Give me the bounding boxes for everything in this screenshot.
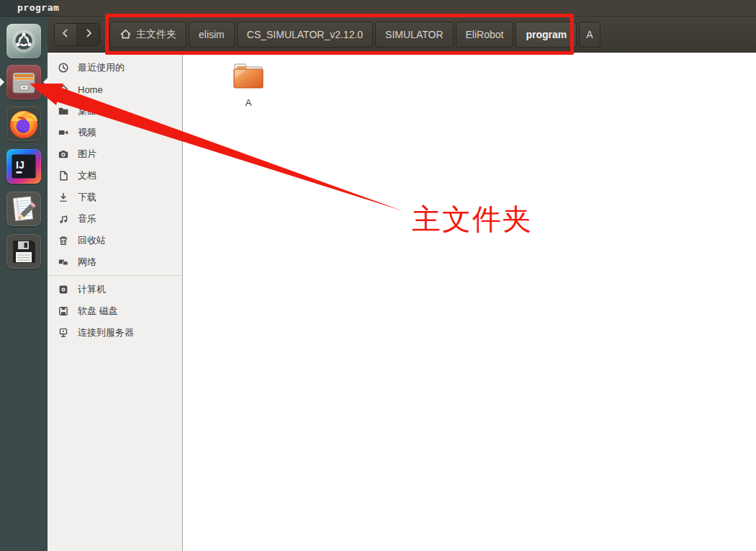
breadcrumb-program-current[interactable]: program: [516, 22, 577, 48]
file-label: A: [246, 97, 252, 108]
sidebar-item-network[interactable]: 网络: [48, 251, 182, 273]
sidebar-item-recent[interactable]: 最近使用的: [48, 57, 182, 79]
sidebar-separator: [48, 275, 182, 276]
sidebar-item-connect-server[interactable]: 连接到服务器: [48, 322, 182, 344]
breadcrumb-a[interactable]: A: [579, 22, 600, 48]
file-item-folder-a[interactable]: A: [215, 61, 282, 108]
home-icon: [58, 84, 69, 95]
document-icon: [58, 170, 69, 182]
launcher-dock: IJ: [0, 17, 48, 551]
breadcrumb-home[interactable]: 主文件夹: [109, 22, 186, 48]
video-icon: [58, 127, 69, 138]
focused-indicator-icon: [43, 78, 48, 86]
chevron-left-icon: [60, 27, 71, 42]
breadcrumb-simulator[interactable]: SIMULATOR: [375, 22, 453, 48]
breadcrumb: 主文件夹 elisim CS_SIMULATOR_v2.12.0 SIMULAT…: [109, 22, 600, 48]
dock-item-firefox[interactable]: [6, 107, 41, 141]
sidebar-item-home[interactable]: Home: [48, 79, 182, 100]
trash-icon: [58, 235, 69, 246]
file-manager-window: 主文件夹 elisim CS_SIMULATOR_v2.12.0 SIMULAT…: [48, 17, 756, 551]
sidebar-item-videos[interactable]: 视频: [48, 122, 182, 143]
dock-item-ubuntu-dash[interactable]: [6, 24, 41, 58]
dock-item-file-manager[interactable]: [6, 65, 41, 99]
intellij-idea-icon: IJ: [6, 149, 41, 184]
floppy-disk-icon: [6, 234, 41, 269]
clock-icon: [58, 62, 69, 73]
music-icon: [58, 213, 69, 225]
firefox-icon: [6, 107, 41, 141]
window-title: program: [17, 2, 59, 13]
breadcrumb-cs-simulator[interactable]: CS_SIMULATOR_v2.12.0: [237, 22, 373, 48]
desktop: program: [0, 0, 756, 551]
sidebar-item-floppy[interactable]: 软盘 磁盘: [48, 300, 182, 322]
file-view: A: [184, 53, 756, 551]
top-panel: program: [0, 0, 756, 17]
dock-item-intellij-idea[interactable]: IJ: [6, 149, 41, 184]
folder-icon: [232, 61, 265, 94]
sidebar-item-music[interactable]: 音乐: [48, 208, 182, 230]
computer-icon: [58, 284, 69, 295]
running-indicator-icon: [0, 78, 4, 86]
window-content: 最近使用的 Home 桌面 视频 图片: [48, 53, 756, 551]
toolbar: 主文件夹 elisim CS_SIMULATOR_v2.12.0 SIMULAT…: [48, 17, 756, 53]
sidebar-item-computer[interactable]: 计算机: [48, 279, 182, 300]
breadcrumb-elirobot[interactable]: EliRobot: [456, 22, 514, 48]
sidebar-item-desktop[interactable]: 桌面: [48, 100, 182, 122]
network-icon: [58, 256, 69, 268]
server-icon: [58, 327, 69, 339]
annotation-label: 主文件夹: [412, 203, 533, 235]
sidebar-item-trash[interactable]: 回收站: [48, 230, 182, 251]
dock-item-text-editor[interactable]: [6, 192, 41, 226]
download-icon: [58, 192, 69, 203]
svg-text:IJ: IJ: [16, 159, 24, 171]
dock-item-floppy-app[interactable]: [6, 234, 41, 269]
desktop-folder-icon: [58, 105, 69, 117]
chevron-right-icon: [83, 27, 94, 42]
floppy-icon: [58, 305, 69, 317]
sidebar-item-downloads[interactable]: 下载: [48, 187, 182, 208]
file-manager-icon: [6, 65, 41, 99]
ubuntu-dash-icon: [6, 24, 41, 58]
history-nav: [54, 23, 100, 46]
home-icon: [120, 28, 132, 42]
sidebar-item-documents[interactable]: 文档: [48, 165, 182, 187]
camera-icon: [58, 148, 69, 160]
places-sidebar: 最近使用的 Home 桌面 视频 图片: [48, 53, 183, 551]
forward-button[interactable]: [77, 24, 99, 45]
breadcrumb-elisim[interactable]: elisim: [189, 22, 235, 48]
text-editor-icon: [6, 192, 41, 226]
sidebar-item-pictures[interactable]: 图片: [48, 143, 182, 165]
back-button[interactable]: [55, 24, 77, 45]
